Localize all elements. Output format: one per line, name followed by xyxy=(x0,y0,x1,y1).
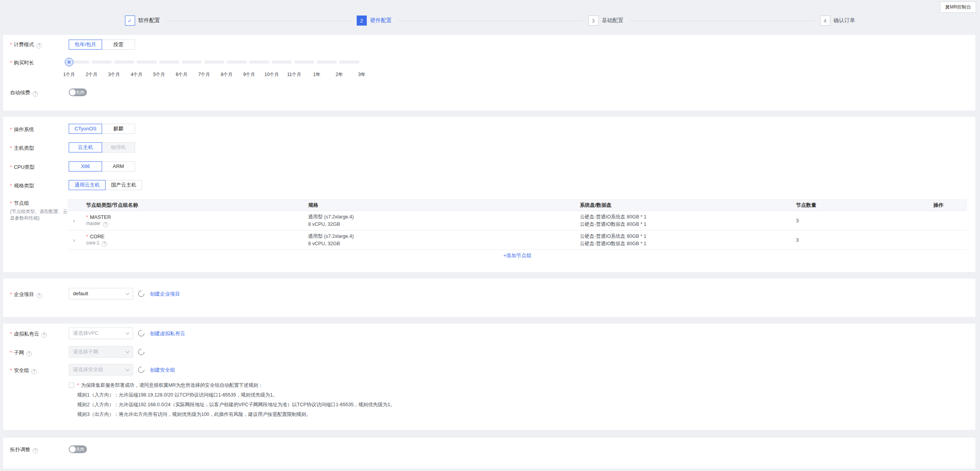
spec-type-option-general[interactable]: 通用云主机 xyxy=(69,180,106,190)
toggle-knob xyxy=(69,446,76,452)
enterprise-project-label: 企业项目 xyxy=(10,291,42,298)
topology-toggle[interactable]: 关闭 xyxy=(69,445,87,453)
refresh-icon[interactable] xyxy=(137,289,146,298)
node-spec: 通用型 (s7.2xlarge.4)8 vCPU, 32GB xyxy=(308,211,580,230)
node-name: master xyxy=(86,221,308,227)
cpu-type-option-x86[interactable]: X86 xyxy=(69,161,102,171)
spec-type-option-domestic[interactable]: 国产云主机 xyxy=(105,180,142,190)
info-icon[interactable] xyxy=(103,222,108,227)
refresh-icon[interactable] xyxy=(137,365,146,374)
step-basic-config[interactable]: 3 基础配置 xyxy=(588,16,624,26)
info-icon[interactable] xyxy=(31,369,37,374)
step-software-config[interactable]: 软件配置 xyxy=(125,16,160,26)
duration-tick[interactable]: 3年 xyxy=(350,71,373,78)
subnet-select: 请选择子网 xyxy=(69,346,133,358)
node-count: 3 xyxy=(796,211,933,230)
node-type: MASTER xyxy=(86,214,308,220)
vpc-label: 虚拟私有云 xyxy=(10,331,47,338)
subnet-label: 子网 xyxy=(10,349,32,357)
refresh-icon[interactable] xyxy=(137,348,146,357)
billing-section: 计费模式 包年/包月 按需 购买时长 1个月 2个月 3个月 4个月 5个月 6… xyxy=(3,35,975,111)
node-spec: 通用型 (s7.2xlarge.4)8 vCPU, 32GB xyxy=(308,230,580,250)
security-group-label: 安全组 xyxy=(10,367,37,374)
node-type: CORE xyxy=(86,234,308,239)
info-icon[interactable] xyxy=(36,43,42,48)
enterprise-project-select[interactable]: default xyxy=(69,288,133,300)
info-icon[interactable] xyxy=(33,91,38,97)
duration-tick[interactable]: 3个月 xyxy=(102,71,126,78)
create-vpc-link[interactable]: 创建虚拟私有云 xyxy=(150,330,185,337)
hardware-section: 操作系统 CTyunOS 麒麟 主机类型 云主机 物理机 CPU类型 X86 A… xyxy=(3,117,975,272)
col-action: 操作 xyxy=(933,200,967,211)
vpc-select[interactable]: 请选择VPC xyxy=(69,327,133,339)
agreement-intro: 为保障集群服务部署成功，请同意授权翼MR为您所选择的安全组自动配置下述规则： xyxy=(77,382,263,389)
duration-tick[interactable]: 2年 xyxy=(328,71,351,78)
expand-chevron-icon[interactable]: › xyxy=(73,237,75,243)
enterprise-project-section: 企业项目 default 创建企业项目 xyxy=(3,279,975,317)
step-confirm-order[interactable]: 4 确认订单 xyxy=(820,16,855,26)
duration-tick[interactable]: 1个月 xyxy=(57,71,81,78)
node-group-note: (节点组类型、选型配置、云盘参数和性能) xyxy=(10,208,69,222)
duration-tick[interactable]: 9个月 xyxy=(238,71,261,78)
auto-renew-toggle[interactable]: 关闭 xyxy=(69,88,87,96)
os-options: CTyunOS 麒麟 xyxy=(69,124,135,134)
duration-tick[interactable]: 4个月 xyxy=(125,71,148,78)
info-icon[interactable] xyxy=(42,332,47,338)
cpu-type-option-arm[interactable]: ARM xyxy=(102,161,135,171)
billing-option-prepaid[interactable]: 包年/包月 xyxy=(69,40,102,50)
duration-tick[interactable]: 1年 xyxy=(305,71,328,78)
security-group-select: 请选择安全组 xyxy=(69,364,133,376)
step-hardware-config[interactable]: 2 硬件配置 xyxy=(357,16,392,26)
duration-tick[interactable]: 5个月 xyxy=(147,71,171,78)
step-number: 2 xyxy=(357,16,367,26)
create-enterprise-project-link[interactable]: 创建企业项目 xyxy=(150,291,180,298)
duration-slider-handle[interactable] xyxy=(65,58,73,66)
auto-renew-label: 自动续费 xyxy=(10,89,38,97)
topology-section: 拓扑调整 关闭 xyxy=(3,438,975,469)
refresh-icon[interactable] xyxy=(137,329,146,338)
duration-tick[interactable]: 7个月 xyxy=(193,71,216,78)
info-icon[interactable] xyxy=(33,448,38,454)
agreement-checkbox[interactable] xyxy=(69,383,74,388)
duration-tick[interactable]: 6个月 xyxy=(170,71,193,78)
duration-tick[interactable]: 10个月 xyxy=(260,71,283,78)
duration-tick[interactable]: 2个月 xyxy=(80,71,103,78)
mr-console-button[interactable]: 翼MR控制台 xyxy=(940,2,976,13)
expand-chevron-icon[interactable]: › xyxy=(73,217,75,224)
agreement-rule: 规则2（入方向）：允许远端192.168.0.0/24（实际网段地址，以客户创建… xyxy=(69,402,395,408)
step-number: 3 xyxy=(588,16,598,26)
host-type-option-cloud[interactable]: 云主机 xyxy=(69,142,102,152)
cpu-type-options: X86 ARM xyxy=(69,161,135,171)
agreement-rule: 规则1（入方向）：允许远端198.19.128.0/20 以TCP协议访问端口1… xyxy=(69,392,395,398)
duration-tick[interactable]: 8个月 xyxy=(215,71,238,78)
table-row-master: › MASTER master 通用型 (s7.2xlarge.4)8 vCPU… xyxy=(68,211,967,230)
info-icon[interactable] xyxy=(102,241,107,247)
network-section: 虚拟私有云 请选择VPC 创建虚拟私有云 子网 请选择子网 安全组 请选择安全组… xyxy=(3,324,975,430)
duration-tick[interactable]: 11个月 xyxy=(283,71,306,78)
add-node-group-link[interactable]: +添加节点组 xyxy=(503,253,532,258)
host-type-label: 主机类型 xyxy=(10,145,34,152)
os-label: 操作系统 xyxy=(10,126,34,133)
node-actions xyxy=(933,211,967,230)
table-header-row: 节点组类型/节点组名称 规格 系统盘/数据盘 节点数量 操作 xyxy=(68,200,967,211)
duration-slider-track[interactable] xyxy=(69,61,362,64)
toggle-state-text: 关闭 xyxy=(76,90,84,95)
chevron-down-icon xyxy=(126,291,130,295)
col-disk: 系统盘/数据盘 xyxy=(580,200,796,211)
col-node-type: 节点组类型/节点组名称 xyxy=(86,200,308,211)
spec-type-label: 规格类型 xyxy=(10,182,34,189)
info-icon[interactable] xyxy=(36,293,42,298)
info-icon[interactable] xyxy=(26,351,32,357)
chevron-down-icon xyxy=(126,350,130,353)
billing-option-ondemand[interactable]: 按需 xyxy=(102,40,135,50)
stepper-divider xyxy=(629,21,815,21)
col-spec: 规格 xyxy=(308,200,580,211)
host-type-options: 云主机 物理机 xyxy=(69,142,135,152)
os-option-kylin[interactable]: 麒麟 xyxy=(102,124,135,134)
node-disks: 云硬盘-普通IO系统盘 80GB * 1云硬盘-普通IO数据盘 80GB * 1 xyxy=(580,211,796,230)
create-security-group-link[interactable]: 创建安全组 xyxy=(150,367,175,374)
os-option-ctyunos[interactable]: CTyunOS xyxy=(69,124,102,134)
step-label: 硬件配置 xyxy=(370,17,392,24)
node-count: 3 xyxy=(796,230,933,250)
stepper-divider xyxy=(397,21,583,21)
